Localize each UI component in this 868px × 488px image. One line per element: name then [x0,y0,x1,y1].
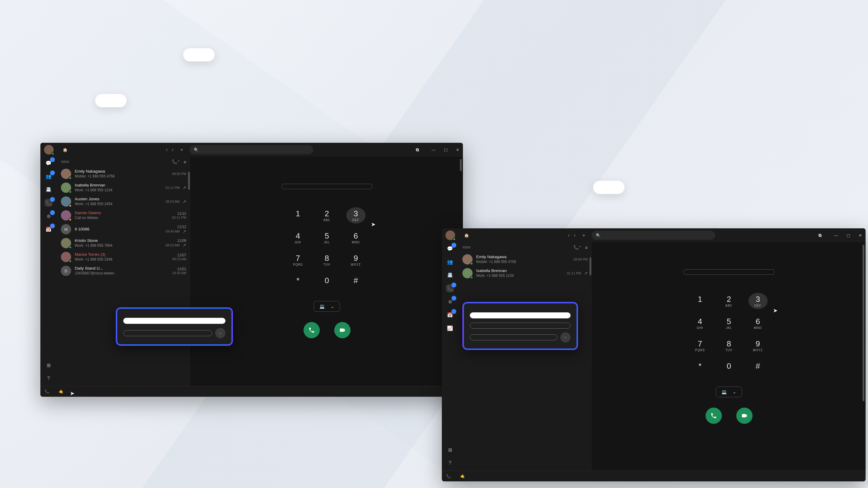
keypad-key[interactable]: # [748,360,768,372]
search-input[interactable]: 🔍 [592,231,715,240]
keypad-key[interactable]: 5JKL [317,230,337,246]
dial-search-input[interactable] [684,269,774,275]
call-entry[interactable]: M9 1008611/1209:34 AM↗ [57,222,190,236]
nav-back-button[interactable]: ‹ [568,233,569,238]
nav-back-button[interactable]: ‹ [166,147,167,153]
keypad-key[interactable]: 9WXYZ [748,337,768,354]
keypad-key[interactable]: 7PQRS [288,252,308,268]
keypad-key[interactable]: 1 [288,207,308,224]
keypad-key[interactable]: 2ABC [719,293,739,309]
filter-all[interactable] [61,161,69,163]
pick-up-button[interactable] [470,313,570,318]
scrollbar[interactable] [590,257,591,275]
rail-help-icon[interactable]: ? [44,375,53,382]
plus-button[interactable]: ＋ [179,147,184,153]
rail-contacts-icon[interactable]: 📇 [446,271,454,279]
rail-phone-icon[interactable]: 📞 [446,284,454,292]
pickup-number-input[interactable] [470,334,557,340]
nav-forward-button[interactable]: › [574,233,575,238]
close-button[interactable]: ✕ [456,148,459,152]
call-pickup-link[interactable]: 🤙 [59,389,65,394]
keypad-key[interactable]: 1 [690,293,710,309]
keypad-key[interactable]: 4GHI [690,315,710,331]
rail-teams-icon[interactable]: 👥 [446,258,454,266]
keypad-key[interactable]: 7PQRS [690,337,710,354]
rail-phone-icon[interactable]: 📞 [44,199,53,207]
rail-calendar-icon[interactable]: 📅 [44,225,53,233]
scrollbar[interactable] [188,172,190,190]
call-settings-link[interactable]: 📞 [446,474,453,478]
rail-chat-icon[interactable]: 💬 [446,245,454,253]
device-selector[interactable]: 💻 ⌄ [314,301,340,312]
rail-vitals-icon[interactable]: 📈 [446,324,454,332]
connect-button[interactable]: ⧉ [818,233,824,238]
keypad-key[interactable]: # [346,274,366,287]
rail-apps-icon[interactable]: ⊞ [446,446,454,454]
filter-missed[interactable] [474,246,483,249]
rail-chat-icon[interactable]: 💬 [44,159,53,167]
filter-icon[interactable]: ≡ [585,245,588,250]
nav-forward-button[interactable]: › [172,147,173,153]
add-call-icon[interactable]: 📞⁺ [172,159,180,164]
keypad-key[interactable]: 6MNO [346,230,366,246]
keypad-key[interactable]: 3DEF [748,293,768,309]
audio-call-button[interactable] [706,408,722,424]
filter-all[interactable] [462,246,471,249]
minimize-button[interactable]: — [834,233,838,238]
close-button[interactable]: ✕ [859,233,862,238]
rail-teams-icon[interactable]: 👥 [44,172,53,180]
pickup-go-button[interactable]: › [560,332,570,343]
video-call-button[interactable] [334,322,350,338]
keypad-key[interactable]: 8TUV [719,337,739,354]
keypad-key[interactable]: 0 [317,274,337,287]
plus-button[interactable]: ＋ [581,232,586,238]
filter-missed[interactable] [73,161,82,163]
keypad-key[interactable]: 6MNO [748,315,768,331]
scrollbar[interactable] [460,159,462,171]
audio-call-button[interactable] [304,322,320,338]
call-entry[interactable]: Austen JonesWork: +1 888 555 245408:23 A… [57,195,190,208]
rail-calendar-icon[interactable]: 📅 [446,311,454,319]
call-entry[interactable]: Isabella BrennanWork: +1 888 555 123401:… [458,266,592,280]
maximize-button[interactable]: ▢ [846,233,850,238]
pickup-number-input[interactable] [123,330,212,336]
search-input[interactable]: 🔍 [190,145,313,154]
call-entry[interactable]: Marise Torres (3)Work: +1 888 555 234611… [57,250,190,264]
keypad-key[interactable]: 4GHI [288,230,308,246]
call-entry[interactable]: Emily NakagawaMobile: +1 888 555 475609:… [57,167,190,181]
call-entry[interactable]: DDaily Stand U...23435667@cisco.webex11/… [57,264,190,278]
dial-search-input[interactable] [282,184,372,189]
keypad-key[interactable]: 0 [719,360,739,372]
call-entry[interactable]: Isabella BrennanWork: +1 888 555 123401:… [57,181,190,195]
video-call-button[interactable] [736,408,752,424]
rail-contacts-icon[interactable]: 📇 [44,186,53,193]
add-call-icon[interactable]: 📞⁺ [573,245,581,250]
rail-apps-icon[interactable]: ⊞ [44,361,53,369]
minimize-button[interactable]: — [432,148,435,152]
call-entry[interactable]: Darren OwensCall on Webex11/1202:11 PM [57,208,190,222]
pick-up-button[interactable] [123,318,225,324]
self-avatar[interactable] [44,145,54,155]
call-entry[interactable]: Emily NakagawaMobile: +1 888 555 475609:… [458,253,592,266]
keypad-key[interactable]: * [690,360,710,372]
call-entry[interactable]: Kristin StoneWork: +1 888 555 786411/090… [57,236,190,250]
rail-voicemail-icon[interactable]: ⊚ [446,298,454,305]
call-pickup-link[interactable]: 🤙 [460,474,467,478]
connect-button[interactable]: ⧉ [416,147,421,153]
keypad-key[interactable]: 3DEF [346,207,366,224]
filter-icon[interactable]: ≡ [184,159,186,164]
keypad-key[interactable]: 8TUV [317,252,337,268]
keypad-key[interactable]: 2ABC [317,207,337,224]
self-avatar[interactable] [445,230,455,240]
pickup-go-button[interactable]: › [215,328,225,338]
call-settings-link[interactable]: 📞 [44,389,51,394]
scrollbar[interactable] [863,245,864,401]
keypad-key[interactable]: * [288,274,308,287]
keypad-key[interactable]: 5JKL [719,315,739,331]
rail-help-icon[interactable]: ? [446,459,454,467]
device-selector[interactable]: 💻 ⌄ [716,387,742,397]
keypad-key[interactable]: 9WXYZ [346,252,366,268]
rail-voicemail-icon[interactable]: ⊚ [44,212,53,220]
other-pick-up-button[interactable] [470,323,570,329]
maximize-button[interactable]: ▢ [444,148,447,152]
